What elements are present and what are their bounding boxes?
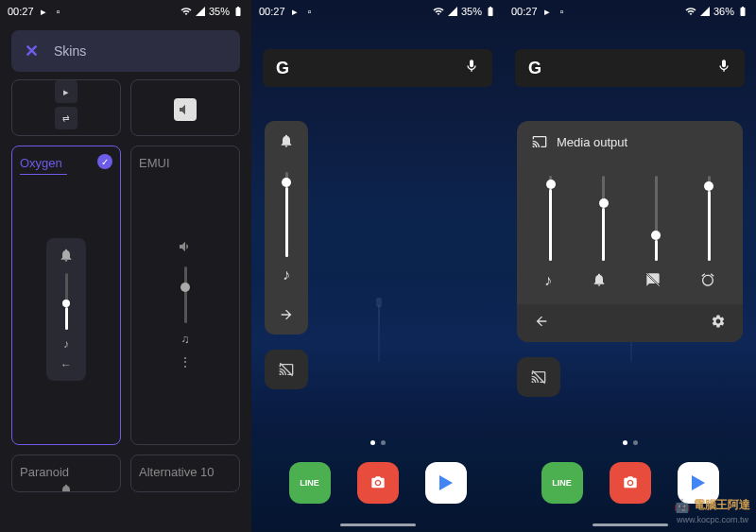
image-icon: ▫ <box>557 6 568 17</box>
battery-icon <box>232 6 244 17</box>
home-screen-expanded-volume: 00:27 ▸ ▫ 36% G Media output <box>504 0 756 532</box>
skins-header: ✕ Skins <box>11 30 240 72</box>
skins-title: Skins <box>54 43 86 59</box>
screen-cast-button[interactable] <box>265 350 308 389</box>
skin-name-label: EMUI <box>139 156 232 170</box>
home-screen-narrow-volume: 00:27 ▸ ▫ 35% G ♪ <box>251 0 504 532</box>
expand-button[interactable] <box>265 295 308 335</box>
settings-icon[interactable] <box>711 314 726 333</box>
skin-card-emui[interactable]: EMUI ♫ ⋮ <box>130 146 240 445</box>
ringer-mode-button[interactable] <box>265 121 308 161</box>
battery-icon <box>737 6 748 17</box>
wifi-icon <box>685 6 696 17</box>
bell-icon <box>59 248 74 266</box>
page-indicator <box>370 440 386 445</box>
media-volume-slider[interactable] <box>549 176 552 261</box>
skins-screen: 00:27 ▸ ▫ 35% ✕ Skins ▸ ⇄ <box>0 0 251 532</box>
partial-skin-card-top-left[interactable]: ▸ ⇄ <box>11 79 121 136</box>
watermark-url: www.kocpc.com.tw <box>677 515 748 524</box>
battery-text: 35% <box>209 6 230 17</box>
wifi-icon <box>180 6 192 17</box>
image-icon: ▫ <box>53 6 64 17</box>
google-logo-icon: G <box>528 59 541 78</box>
volume-panel: ♪ <box>265 121 308 335</box>
mic-icon[interactable] <box>464 59 479 77</box>
more-icon: ⋮ <box>180 355 191 369</box>
status-time: 00:27 <box>8 6 34 17</box>
check-icon: ✓ <box>97 154 112 169</box>
volume-panel-expanded: Media output <box>517 121 743 342</box>
media-output-button[interactable]: Media output <box>517 121 743 163</box>
alarm-icon <box>700 272 715 291</box>
partial-skin-card-top-right[interactable] <box>130 79 240 136</box>
image-icon: ▫ <box>304 6 316 17</box>
play-icon: ▸ <box>55 80 77 103</box>
note-icon: ♫ <box>181 333 190 346</box>
signal-icon <box>699 6 711 17</box>
note-icon: ♪ <box>544 272 552 291</box>
nav-handle[interactable] <box>340 523 416 526</box>
media-output-label: Media output <box>557 135 627 149</box>
app-camera[interactable] <box>357 462 399 504</box>
skin-name-label: Alternative 10 <box>139 465 232 479</box>
notification-volume-slider[interactable] <box>655 176 658 261</box>
skin-card-paranoid[interactable]: Paranoid <box>11 455 121 492</box>
skin-name-label: Paranoid <box>20 465 112 479</box>
battery-icon <box>485 6 496 17</box>
skin-card-alternative[interactable]: Alternative 10 <box>130 455 240 492</box>
bell-icon <box>592 272 607 291</box>
svg-point-5 <box>628 481 632 485</box>
app-camera[interactable] <box>610 462 651 504</box>
google-logo-icon: G <box>276 59 289 78</box>
status-time: 00:27 <box>511 6 538 17</box>
youtube-icon: ▸ <box>289 6 301 17</box>
skin-card-oxygen[interactable]: ✓ Oxygen ♪ ← <box>11 146 121 445</box>
wifi-icon <box>433 6 444 17</box>
google-search-bar[interactable]: G <box>263 49 492 87</box>
page-indicator <box>623 440 638 445</box>
nav-handle[interactable] <box>593 523 668 526</box>
note-icon: ♪ <box>283 266 290 283</box>
app-line[interactable]: LINE <box>541 462 583 504</box>
status-bar: 00:27 ▸ ▫ 35% <box>251 0 504 23</box>
volume-icon <box>178 239 193 257</box>
ring-volume-slider[interactable] <box>602 176 605 261</box>
status-bar: 00:27 ▸ ▫ 36% <box>504 0 756 23</box>
svg-point-1 <box>376 481 380 485</box>
signal-icon <box>195 6 206 17</box>
app-line[interactable]: LINE <box>289 462 331 504</box>
app-dock: LINE <box>251 462 504 504</box>
alarm-volume-slider[interactable] <box>708 176 711 261</box>
close-icon[interactable]: ✕ <box>25 41 39 61</box>
signal-icon <box>447 6 458 17</box>
youtube-icon: ▸ <box>38 6 49 17</box>
volume-slider[interactable] <box>285 172 288 257</box>
youtube-icon: ▸ <box>541 6 553 17</box>
google-search-bar[interactable]: G <box>515 49 745 87</box>
app-play-store[interactable] <box>425 462 467 504</box>
mic-icon[interactable] <box>716 59 731 77</box>
arrow-left-icon: ← <box>60 358 72 371</box>
chat-off-icon <box>645 272 661 291</box>
battery-text: 35% <box>461 6 482 17</box>
battery-text: 36% <box>713 6 734 17</box>
collapse-button[interactable] <box>534 314 549 333</box>
bell-icon <box>59 483 74 492</box>
watermark: 🤖 電腦王阿達 <box>674 497 750 513</box>
status-time: 00:27 <box>259 6 285 17</box>
screen-cast-button[interactable] <box>517 357 560 397</box>
note-icon: ♪ <box>63 337 69 351</box>
status-bar: 00:27 ▸ ▫ 35% <box>0 0 251 23</box>
volume-icon <box>174 98 197 121</box>
shuffle-icon: ⇄ <box>55 107 77 129</box>
